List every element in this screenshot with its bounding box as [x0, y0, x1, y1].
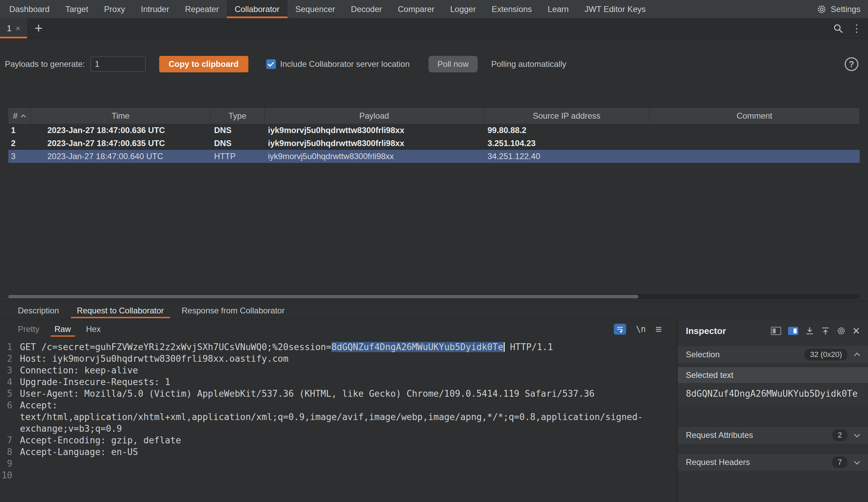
column-header-col-0[interactable]: # — [8, 108, 31, 124]
code-line[interactable]: 10 — [0, 469, 677, 481]
code-line[interactable]: 3Connection: keep-alive — [0, 365, 677, 376]
table-row[interactable]: 12023-Jan-27 18:47:00.636 UTCDNSiyk9morv… — [8, 124, 860, 137]
inspector-section-request-attributes[interactable]: Request Attributes 2 — [678, 427, 868, 444]
code-line[interactable]: 8Accept-Language: en-US — [0, 446, 677, 458]
line-content: Connection: keep-alive — [18, 365, 677, 376]
menu-item-jwt-editor-keys[interactable]: JWT Editor Keys — [577, 0, 653, 18]
word-wrap-toggle-icon[interactable] — [614, 324, 626, 335]
menu-item-decoder[interactable]: Decoder — [343, 0, 390, 18]
menu-item-learn[interactable]: Learn — [540, 0, 576, 18]
scrollbar-thumb[interactable] — [8, 295, 639, 298]
row-type: DNS — [211, 138, 265, 148]
code-line[interactable]: 5User-Agent: Mozilla/5.0 (Victim) AppleW… — [0, 388, 677, 399]
request-editor-pane: Pretty Raw Hex — [0, 320, 677, 502]
table-row[interactable]: 22023-Jan-27 18:47:00.635 UTCDNSiyk9morv… — [8, 137, 860, 150]
menu-item-proxy[interactable]: Proxy — [96, 0, 133, 18]
line-number: 6 — [0, 399, 18, 435]
editor-toolbar: Pretty Raw Hex — [0, 320, 677, 338]
interactions-table: #TimeTypePayloadSource IP addressComment… — [8, 108, 860, 301]
row-source-ip: 34.251.122.40 — [484, 151, 650, 161]
selected-text-value[interactable]: 8dGQNZuf4DngA26MWuUKYub5Dyidk0Te — [678, 383, 868, 405]
polling-status-label: Polling automatically — [491, 59, 566, 69]
detail-tabs: Description Request to Collaborator Resp… — [0, 301, 868, 320]
collapse-all-icon[interactable] — [805, 326, 814, 335]
row-time: 2023-Jan-27 18:47:00.640 UTC — [31, 151, 211, 161]
line-number: 2 — [0, 353, 18, 365]
inspector-settings-gear-icon[interactable] — [837, 326, 846, 335]
table-horizontal-scrollbar[interactable] — [8, 294, 860, 299]
chevron-up-icon[interactable] — [854, 352, 860, 357]
session-tab-label: 1 — [7, 24, 11, 33]
line-number: 4 — [0, 376, 18, 388]
request-attributes-badge: 2 — [832, 429, 847, 441]
column-header-type-2[interactable]: Type — [211, 108, 265, 124]
chevron-down-icon[interactable] — [854, 460, 860, 465]
session-tab-1[interactable]: 1 × — [0, 18, 27, 39]
new-tab-button[interactable]: + — [27, 18, 50, 39]
payloads-input[interactable] — [91, 56, 145, 72]
request-headers-label: Request Headers — [686, 458, 750, 467]
session-tabbar: 1 × + ⋮ — [0, 18, 868, 39]
menu-item-target[interactable]: Target — [57, 0, 96, 18]
code-line[interactable]: 2Host: iyk9morvj5u0hqdrwttw8300frli98xx.… — [0, 353, 677, 365]
tab-close-icon[interactable]: × — [16, 24, 20, 33]
column-header-source-ip-address-4[interactable]: Source IP address — [484, 108, 650, 124]
column-header-comment-5[interactable]: Comment — [650, 108, 860, 124]
poll-now-button[interactable]: Poll now — [428, 56, 477, 72]
code-line[interactable]: 4Upgrade-Insecure-Requests: 1 — [0, 376, 677, 388]
include-server-location-checkbox[interactable] — [266, 59, 276, 69]
line-content: GET /c=secret=guhFZVWzeYRi2z2xWvjSXh7UCs… — [18, 341, 677, 353]
dock-right-layout-icon[interactable] — [788, 327, 798, 335]
tabbar-actions: ⋮ — [833, 18, 868, 39]
inspector-close-icon[interactable]: × — [852, 325, 860, 337]
search-icon[interactable] — [833, 23, 843, 34]
code-line[interactable]: 6Accept: text/html,application/xhtml+xml… — [0, 399, 677, 435]
column-header-payload-3[interactable]: Payload — [265, 108, 484, 124]
inspector-section-request-headers[interactable]: Request Headers 7 — [678, 454, 868, 471]
collab-table-header: #TimeTypePayloadSource IP addressComment — [8, 108, 860, 124]
expand-all-icon[interactable] — [821, 326, 830, 335]
column-header-time-1[interactable]: Time — [31, 108, 211, 124]
help-icon[interactable]: ? — [845, 57, 858, 71]
menu-item-dashboard[interactable]: Dashboard — [1, 0, 57, 18]
line-number: 3 — [0, 365, 18, 376]
inspector-title: Inspector — [686, 326, 726, 336]
line-content: Accept-Encoding: gzip, deflate — [18, 435, 677, 446]
include-server-location-label: Include Collaborator server location — [280, 59, 410, 69]
editor-tab-raw[interactable]: Raw — [47, 320, 79, 338]
collab-table-body: 12023-Jan-27 18:47:00.636 UTCDNSiyk9morv… — [8, 124, 860, 294]
collaborator-toolbar: Payloads to generate: Copy to clipboard … — [5, 56, 868, 72]
line-number: 8 — [0, 446, 18, 458]
table-row[interactable]: 32023-Jan-27 18:47:00.640 UTCHTTPiyk9mor… — [8, 150, 860, 163]
dock-left-layout-icon[interactable] — [771, 327, 781, 335]
chevron-down-icon[interactable] — [854, 432, 860, 438]
settings-button[interactable]: Settings — [817, 0, 868, 18]
gear-icon — [817, 4, 826, 14]
menu-item-sequencer[interactable]: Sequencer — [288, 0, 343, 18]
line-content — [18, 469, 677, 481]
editor-tab-hex[interactable]: Hex — [79, 320, 108, 338]
menu-item-intruder[interactable]: Intruder — [133, 0, 177, 18]
editor-tab-pretty[interactable]: Pretty — [10, 320, 47, 338]
code-line[interactable]: 9 — [0, 458, 677, 469]
show-newlines-icon[interactable]: \n — [636, 324, 646, 334]
interaction-detail-section: Description Request to Collaborator Resp… — [0, 301, 868, 502]
tab-request-to-collaborator[interactable]: Request to Collaborator — [68, 301, 173, 320]
code-line[interactable]: 7Accept-Encoding: gzip, deflate — [0, 435, 677, 446]
menu-item-comparer[interactable]: Comparer — [390, 0, 442, 18]
menu-item-extensions[interactable]: Extensions — [484, 0, 540, 18]
tab-description[interactable]: Description — [9, 301, 68, 320]
kebab-menu-icon[interactable]: ⋮ — [850, 22, 863, 34]
request-editor-code[interactable]: 1GET /c=secret=guhFZVWzeYRi2z2xWvjSXh7UC… — [0, 338, 677, 502]
tab-response-from-collaborator[interactable]: Response from Collaborator — [173, 301, 294, 320]
code-line[interactable]: 1GET /c=secret=guhFZVWzeYRi2z2xWvjSXh7UC… — [0, 341, 677, 353]
menu-item-logger[interactable]: Logger — [442, 0, 484, 18]
copy-to-clipboard-button[interactable]: Copy to clipboard — [159, 56, 248, 72]
line-content: Accept: text/html,application/xhtml+xml,… — [18, 399, 677, 435]
menu-item-collaborator[interactable]: Collaborator — [227, 0, 288, 18]
inspector-section-selection[interactable]: Selection 32 (0x20) — [678, 346, 868, 363]
inspector-header: Inspector — [678, 320, 868, 342]
editor-menu-icon[interactable]: ≡ — [655, 323, 662, 336]
menu-item-repeater[interactable]: Repeater — [177, 0, 227, 18]
row-type: HTTP — [211, 151, 265, 161]
